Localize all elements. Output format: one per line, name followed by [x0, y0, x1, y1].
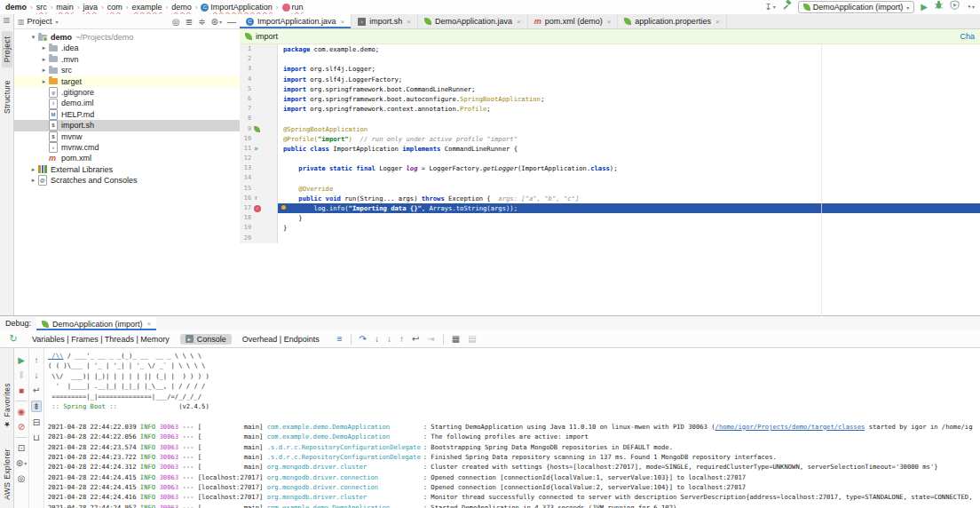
- project-toolwindow-icon[interactable]: ▥: [4, 16, 11, 24]
- step-out-icon[interactable]: ↑: [399, 334, 404, 344]
- toolwindow-button-Favorites[interactable]: ★ Favorites: [2, 377, 12, 434]
- editor-gutter[interactable]: 16↑: [240, 194, 278, 203]
- tree-item-HELP.md[interactable]: MHELP.md: [14, 109, 240, 120]
- thread-dump-icon[interactable]: ⊡: [18, 443, 25, 453]
- profiler-button[interactable]: ◔▾: [966, 0, 975, 14]
- tree-item-mvnw[interactable]: $mvnw: [14, 131, 240, 142]
- breadcrumb-item-java[interactable]: java: [83, 3, 99, 12]
- toolwindow-button-AWS Explorer[interactable]: AWS Explorer: [2, 443, 12, 505]
- run-button[interactable]: ▶: [921, 0, 928, 14]
- toolwindow-button-Structure[interactable]: Structure: [2, 75, 12, 119]
- evaluate-expression-icon[interactable]: ▦: [452, 334, 460, 344]
- editor-gutter[interactable]: 5: [240, 84, 278, 94]
- step-over-icon[interactable]: ↷: [360, 334, 367, 344]
- soft-wrap-icon[interactable]: ↵: [33, 385, 40, 395]
- scroll-to-end-icon[interactable]: ⇟: [31, 401, 42, 412]
- collapse-all-icon[interactable]: ≑: [198, 17, 205, 27]
- editor-gutter[interactable]: 6: [240, 94, 278, 104]
- print-icon[interactable]: ⊟: [33, 417, 40, 427]
- breadcrumb-item-com[interactable]: com: [107, 3, 122, 12]
- chevron-collapsed-icon[interactable]: ▸: [28, 164, 38, 175]
- console-output[interactable]: /\\ / ___'_ __ _ _(_)_ __ __ _ \ \ \ \( …: [44, 348, 980, 508]
- run-to-cursor-icon[interactable]: ⇥: [427, 334, 434, 344]
- force-step-into-icon[interactable]: ↓: [387, 334, 391, 344]
- editor-gutter[interactable]: 13: [240, 163, 278, 173]
- build-hammer-icon[interactable]: [782, 0, 792, 14]
- chevron-down-icon[interactable]: ▾: [56, 19, 59, 25]
- next-occurrence-icon[interactable]: ↓: [35, 370, 39, 380]
- editor-gutter[interactable]: 9: [240, 124, 278, 134]
- breadcrumb-item-demo[interactable]: demo: [171, 3, 192, 12]
- breakpoint-icon[interactable]: ✓: [254, 205, 261, 212]
- project-panel-title[interactable]: Project: [28, 17, 52, 26]
- layout-menu-icon[interactable]: ≡: [337, 334, 343, 344]
- editor-gutter[interactable]: 14: [240, 173, 278, 183]
- close-tab-icon[interactable]: ×: [341, 18, 345, 26]
- step-into-icon[interactable]: ↓: [375, 334, 379, 344]
- code-editor[interactable]: 1package com.example.demo;23import org.s…: [240, 44, 980, 316]
- expand-all-icon[interactable]: ≣: [186, 17, 193, 27]
- tree-item-mvnw.cmd[interactable]: ›mvnw.cmd: [14, 142, 240, 153]
- editor-gutter[interactable]: 12: [240, 154, 278, 163]
- drop-frame-icon[interactable]: ↩: [412, 334, 419, 344]
- tree-item-import.sh[interactable]: $import.sh: [14, 120, 240, 131]
- breadcrumb-item-demo[interactable]: demo: [5, 3, 27, 12]
- tree-item-.gitignore[interactable]: g.gitignore: [14, 87, 240, 98]
- chevron-collapsed-icon[interactable]: ▸: [39, 54, 49, 65]
- clear-all-icon[interactable]: ⊔: [33, 433, 40, 442]
- breadcrumb-item-example[interactable]: example: [131, 3, 162, 12]
- editor-gutter[interactable]: 2: [240, 54, 278, 64]
- debug-tab-Overhead-Endpoints[interactable]: Overhead | Endpoints: [237, 334, 325, 345]
- tool-settings-icon[interactable]: ⊛▾: [211, 17, 222, 27]
- chevron-collapsed-icon[interactable]: ▸: [39, 43, 49, 53]
- tree-item-pom.xml[interactable]: mpom.xml: [14, 153, 240, 163]
- editor-tab-pom.xml (demo)[interactable]: mpom.xml (demo)×: [528, 14, 619, 28]
- tree-item-src[interactable]: ▸src: [14, 65, 240, 75]
- debug-settings-icon[interactable]: ⊛▾: [16, 458, 27, 468]
- editor-gutter[interactable]: 8: [240, 114, 278, 123]
- inline-watches-icon[interactable]: ▤: [468, 334, 476, 344]
- editor-tab-ImportApplication.java[interactable]: CImportApplication.java×: [240, 14, 352, 28]
- chevron-collapsed-icon[interactable]: ▸: [39, 65, 49, 75]
- editor-gutter[interactable]: 3: [240, 64, 278, 74]
- editor-gutter[interactable]: 10: [240, 134, 278, 144]
- tree-item-demo.iml[interactable]: idemo.iml: [14, 98, 240, 108]
- close-icon[interactable]: ×: [147, 320, 152, 328]
- breadcrumb-item-ImportApplication[interactable]: CImportApplication: [201, 3, 273, 12]
- close-tab-icon[interactable]: ×: [407, 18, 411, 26]
- close-tab-icon[interactable]: ×: [715, 18, 720, 26]
- spring-gutter-icon[interactable]: [254, 126, 260, 132]
- prev-occurrence-icon[interactable]: ↑: [35, 355, 39, 365]
- editor-gutter[interactable]: 19: [240, 223, 278, 233]
- editor-gutter[interactable]: 17✓: [240, 203, 278, 213]
- editor-gutter[interactable]: 7: [240, 104, 278, 114]
- editor-gutter[interactable]: 11»: [240, 144, 278, 154]
- rerun-icon[interactable]: ↻: [0, 333, 27, 345]
- tree-item-External-Libraries[interactable]: ▸External Libraries: [14, 164, 240, 175]
- run-with-coverage-button[interactable]: [950, 0, 960, 14]
- close-tab-icon[interactable]: ×: [607, 18, 612, 26]
- mute-breakpoints-icon[interactable]: ⊘: [18, 422, 25, 432]
- editor-gutter[interactable]: 4: [240, 75, 278, 84]
- tree-item-.idea[interactable]: ▸.idea: [14, 43, 240, 53]
- view-breakpoints-icon[interactable]: ◉: [18, 407, 26, 417]
- debug-button[interactable]: [934, 0, 944, 14]
- debug-tab-Console[interactable]: ▸Console: [180, 334, 232, 345]
- breadcrumb-item-src[interactable]: src: [36, 3, 47, 12]
- console-link[interactable]: /\\: [48, 352, 63, 360]
- project-tree[interactable]: ▾demo~/Projects/demo▸.idea▸.mvn▸src▸targ…: [14, 29, 240, 186]
- editor-gutter[interactable]: 15: [240, 184, 278, 194]
- toolwindow-button-Project[interactable]: Project: [2, 31, 12, 67]
- log-link[interactable]: /home/igor/Projects/demo/target/classes: [715, 423, 865, 431]
- chevron-expanded-icon[interactable]: ▾: [28, 32, 38, 43]
- tree-item-demo[interactable]: ▾demo~/Projects/demo: [14, 32, 240, 43]
- editor-gutter[interactable]: 18: [240, 213, 278, 223]
- editor-gutter[interactable]: 20: [240, 234, 278, 243]
- breadcrumb-item-run[interactable]: run: [282, 3, 304, 12]
- override-gutter-icon[interactable]: ↑: [254, 194, 257, 203]
- debug-tab-Variables-Frames-Threads-Memory[interactable]: Variables | Frames | Threads | Memory: [27, 334, 175, 345]
- stop-icon[interactable]: ■: [19, 385, 24, 395]
- vcs-update-icon[interactable]: ↧▾: [764, 0, 775, 14]
- editor-tab-DemoApplication.java[interactable]: DemoApplication.java×: [418, 14, 528, 28]
- chevron-collapsed-icon[interactable]: ▸: [39, 76, 49, 87]
